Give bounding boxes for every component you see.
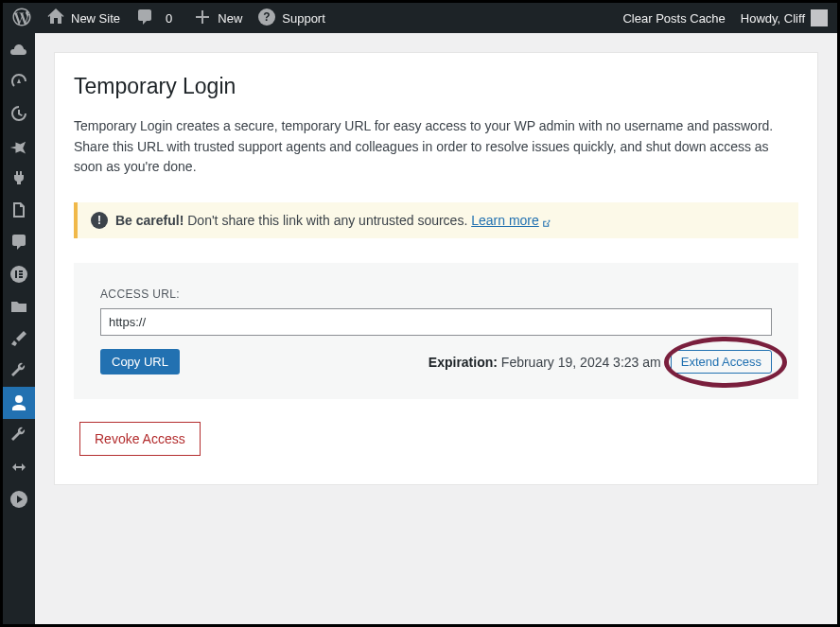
sidebar-item-dashboard[interactable] xyxy=(3,65,35,97)
folder-icon xyxy=(9,297,28,316)
wp-logo[interactable] xyxy=(12,8,31,29)
dashboard-icon xyxy=(9,72,28,91)
admin-bar: New Site 0 New ?Support Clear Posts Cach… xyxy=(3,3,837,33)
sidebar-item-cloud[interactable] xyxy=(3,33,35,65)
warning-body: Don't share this link with any untrusted… xyxy=(184,213,471,228)
svg-rect-6 xyxy=(19,276,23,278)
svg-rect-3 xyxy=(15,270,17,278)
sidebar-item-migrate[interactable] xyxy=(3,451,35,483)
warning-notice: ! Be careful! Don't share this link with… xyxy=(74,202,798,238)
brush-icon xyxy=(9,329,28,348)
expiration-text: Expiration: February 19, 2024 3:23 am xyxy=(429,355,661,370)
play-icon xyxy=(9,490,28,509)
pages-icon xyxy=(9,200,28,219)
svg-rect-5 xyxy=(19,273,23,275)
sidebar-item-user[interactable] xyxy=(3,387,35,419)
backup-icon xyxy=(9,104,28,123)
admin-bar-left: New Site 0 New ?Support xyxy=(12,8,325,29)
clear-cache-text: Clear Posts Cache xyxy=(622,11,725,26)
account-link[interactable]: Howdy, Cliff xyxy=(741,9,828,26)
content-area: Temporary Login Temporary Login creates … xyxy=(35,33,837,624)
home-icon xyxy=(46,8,65,29)
sidebar-item-play[interactable] xyxy=(3,483,35,515)
url-actions-row: Copy URL Expiration: February 19, 2024 3… xyxy=(100,349,772,374)
learn-more-text: Learn more xyxy=(471,213,539,228)
clear-cache-link[interactable]: Clear Posts Cache xyxy=(622,11,725,26)
sidebar-item-comments[interactable] xyxy=(3,226,35,258)
warning-strong: Be careful! xyxy=(115,213,184,228)
access-url-input[interactable] xyxy=(100,308,772,336)
sidebar-item-brush[interactable] xyxy=(3,322,35,355)
copy-url-button[interactable]: Copy URL xyxy=(100,349,180,374)
extend-access-button[interactable]: Extend Access xyxy=(671,350,772,374)
access-url-card: ACCESS URL: Copy URL Expiration: Februar… xyxy=(74,263,798,399)
expiration-label: Expiration: xyxy=(429,355,498,370)
plus-icon xyxy=(193,8,212,29)
elementor-icon xyxy=(9,265,28,284)
wordpress-icon xyxy=(12,8,31,29)
page-description: Temporary Login creates a secure, tempor… xyxy=(74,116,798,178)
svg-text:?: ? xyxy=(264,10,271,24)
migrate-icon xyxy=(9,458,28,477)
plugin-icon xyxy=(9,168,28,187)
comments-icon xyxy=(9,233,28,252)
comments-count: 0 xyxy=(160,11,178,26)
cloud-icon xyxy=(9,40,28,59)
expiration-block: Expiration: February 19, 2024 3:23 am Ex… xyxy=(429,350,772,374)
support-label: Support xyxy=(282,11,325,26)
sidebar-item-settings[interactable] xyxy=(3,419,35,451)
expiration-value: February 19, 2024 3:23 am xyxy=(498,355,661,370)
user-icon xyxy=(9,393,28,412)
sidebar-item-plugin[interactable] xyxy=(3,162,35,194)
avatar xyxy=(811,9,828,26)
settings-icon xyxy=(9,426,28,444)
comment-icon xyxy=(135,8,154,29)
help-icon: ? xyxy=(257,8,276,29)
sidebar-item-elementor[interactable] xyxy=(3,258,35,290)
support-link[interactable]: ?Support xyxy=(257,8,325,29)
admin-bar-right: Clear Posts Cache Howdy, Cliff xyxy=(622,9,828,26)
sidebar-item-folder[interactable] xyxy=(3,290,35,322)
sidebar-item-pages[interactable] xyxy=(3,194,35,226)
sidebar-item-pin[interactable] xyxy=(3,130,35,162)
pin-icon xyxy=(9,136,28,155)
warning-text: Be careful! Don't share this link with a… xyxy=(115,213,551,228)
svg-rect-4 xyxy=(19,270,23,272)
external-link-icon xyxy=(541,217,551,227)
comments-link[interactable]: 0 xyxy=(135,8,178,29)
sidebar-item-tools[interactable] xyxy=(3,355,35,387)
new-content-link[interactable]: New xyxy=(193,8,242,29)
site-name-text: New Site xyxy=(71,11,120,26)
sidebar-item-backup[interactable] xyxy=(3,97,35,130)
new-label: New xyxy=(218,11,242,26)
tools-icon xyxy=(9,361,28,380)
revoke-access-button[interactable]: Revoke Access xyxy=(79,422,201,456)
warning-icon: ! xyxy=(91,212,108,229)
access-url-label: ACCESS URL: xyxy=(100,287,772,301)
site-name-link[interactable]: New Site xyxy=(46,8,120,29)
admin-sidebar xyxy=(3,33,35,624)
main-panel: Temporary Login Temporary Login creates … xyxy=(54,52,818,485)
learn-more-link[interactable]: Learn more xyxy=(471,213,551,228)
page-title: Temporary Login xyxy=(74,74,798,99)
howdy-text: Howdy, Cliff xyxy=(741,11,805,26)
